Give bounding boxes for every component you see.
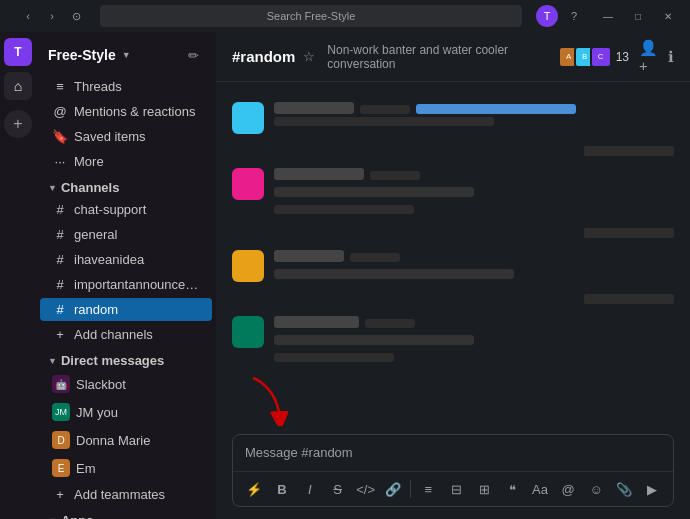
mention-button[interactable]: @ <box>555 476 581 502</box>
send-button[interactable]: ▶ <box>639 476 665 502</box>
channel-header: #random ☆ Non-work banter and water cool… <box>216 32 690 82</box>
message-content <box>274 250 674 282</box>
sidebar-item-em[interactable]: E Em <box>40 455 212 481</box>
threads-icon: ≡ <box>52 79 68 94</box>
bullet-list-button[interactable]: ≡ <box>415 476 441 502</box>
sidebar-item-important[interactable]: # importantannounce… <box>40 273 212 296</box>
date-label <box>584 146 674 156</box>
message-line1 <box>274 187 474 197</box>
back-button[interactable]: ‹ <box>18 6 38 26</box>
main-content: #random ☆ Non-work banter and water cool… <box>216 32 690 519</box>
user-avatar-button[interactable]: T <box>536 5 558 27</box>
message-time <box>360 105 410 114</box>
strikethrough-button[interactable]: S <box>325 476 351 502</box>
header-right: A B C 13 👤+ ℹ <box>558 39 674 74</box>
channel-hash-icon: # <box>52 302 68 317</box>
attachment-button[interactable]: 📎 <box>611 476 637 502</box>
date-divider-3 <box>232 290 674 308</box>
sidebar-item-ihaveanidea[interactable]: # ihaveanidea <box>40 248 212 271</box>
channel-star-icon[interactable]: ☆ <box>303 49 315 64</box>
block-quote-button[interactable]: ❝ <box>499 476 525 502</box>
search-bar[interactable]: Search Free-Style <box>100 5 522 27</box>
minimize-button[interactable]: — <box>594 5 622 27</box>
indent-button[interactable]: ⊞ <box>471 476 497 502</box>
mentions-icon: @ <box>52 104 68 119</box>
bold-button[interactable]: B <box>269 476 295 502</box>
message-content <box>274 316 674 364</box>
message-time <box>365 319 415 328</box>
date-label-2 <box>584 228 674 238</box>
text-format-toggle[interactable]: Aa <box>527 476 553 502</box>
number-list-button[interactable]: ⊟ <box>443 476 469 502</box>
channels-header-label: Channels <box>61 180 120 195</box>
workspace-header[interactable]: Free-Style ▼ ✏ <box>36 40 216 70</box>
message-avatar <box>232 250 264 282</box>
member-count: 13 <box>616 50 629 64</box>
emoji-button[interactable]: ☺ <box>583 476 609 502</box>
workspace-chevron-icon: ▼ <box>122 50 131 60</box>
home-icon[interactable]: ⌂ <box>4 72 32 100</box>
info-button[interactable]: ℹ <box>668 48 674 66</box>
add-member-button[interactable]: 👤+ <box>639 39 658 74</box>
sidebar-item-more[interactable]: ··· More <box>40 150 212 173</box>
message-body <box>274 331 674 346</box>
sidebar-item-donna[interactable]: D Donna Marie <box>40 427 212 453</box>
message-author <box>274 316 359 328</box>
threads-label: Threads <box>74 79 122 94</box>
message-avatar <box>232 102 264 134</box>
close-button[interactable]: ✕ <box>654 5 682 27</box>
channels-section-header[interactable]: ▼ Channels <box>36 174 216 197</box>
sidebar-item-saved[interactable]: 🔖 Saved items <box>40 125 212 148</box>
sidebar-item-you[interactable]: JM JM you <box>40 399 212 425</box>
apps-section-header[interactable]: ▼ Apps <box>36 507 216 519</box>
donna-avatar: D <box>52 431 70 449</box>
sidebar-item-chat-support[interactable]: # chat-support <box>40 198 212 221</box>
message-row <box>232 246 674 286</box>
message-line1 <box>274 269 514 279</box>
add-workspace-button[interactable]: + <box>4 110 32 138</box>
nav-buttons: ‹ › ⊙ <box>18 6 86 26</box>
message-input-field[interactable]: Message #random <box>233 435 673 471</box>
messages-area[interactable] <box>216 82 690 426</box>
dm-section-header[interactable]: ▼ Direct messages <box>36 347 216 370</box>
add-teammate-icon: + <box>52 487 68 502</box>
channel-name-important: importantannounce… <box>74 277 198 292</box>
workspace-icon[interactable]: T <box>4 38 32 66</box>
add-channels-label: Add channels <box>74 327 153 342</box>
arrow-container <box>232 372 674 426</box>
add-channels-button[interactable]: + Add channels <box>40 323 212 346</box>
format-button[interactable]: ⚡ <box>241 476 267 502</box>
message-header <box>274 316 674 328</box>
maximize-button[interactable]: □ <box>624 5 652 27</box>
message-content <box>274 168 674 216</box>
italic-button[interactable]: I <box>297 476 323 502</box>
titlebar: ‹ › ⊙ Search Free-Style T ? — □ ✕ <box>0 0 690 32</box>
link-button[interactable]: 🔗 <box>381 476 407 502</box>
code-button[interactable]: </> <box>353 476 379 502</box>
channel-hash-icon: # <box>52 277 68 292</box>
forward-button[interactable]: › <box>42 6 62 26</box>
sidebar-item-slackbot[interactable]: 🤖 Slackbot <box>40 371 212 397</box>
history-button[interactable]: ⊙ <box>66 6 86 26</box>
search-text: Search Free-Style <box>267 10 356 22</box>
sidebar-item-general[interactable]: # general <box>40 223 212 246</box>
dm-header-label: Direct messages <box>61 353 164 368</box>
help-button[interactable]: ? <box>564 6 584 26</box>
message-time <box>370 171 420 180</box>
message-body <box>274 117 674 126</box>
message-row <box>232 312 674 368</box>
message-content <box>274 102 674 134</box>
channel-name-random: random <box>74 302 118 317</box>
channel-hash-icon: # <box>52 252 68 267</box>
message-header <box>274 102 674 114</box>
sidebar-item-threads[interactable]: ≡ Threads <box>40 75 212 98</box>
add-teammates-label: Add teammates <box>74 487 165 502</box>
app-body: T ⌂ + Free-Style ▼ ✏ ≡ Threads @ Mention… <box>0 32 690 519</box>
member-avatars[interactable]: A B C 13 <box>558 46 629 68</box>
message-header <box>274 250 674 262</box>
add-teammates-button[interactable]: + Add teammates <box>40 483 212 506</box>
compose-button[interactable]: ✏ <box>182 44 204 66</box>
message-body2 <box>274 349 674 364</box>
sidebar-item-random[interactable]: # random <box>40 298 212 321</box>
sidebar-item-mentions[interactable]: @ Mentions & reactions <box>40 100 212 123</box>
